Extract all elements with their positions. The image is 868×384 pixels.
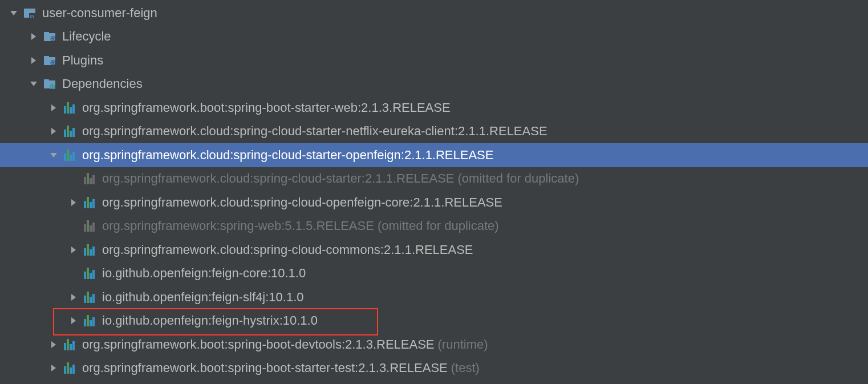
- svg-rect-44: [64, 366, 66, 374]
- tree-row[interactable]: org.springframework.cloud:spring-cloud-o…: [0, 191, 868, 215]
- svg-rect-27: [92, 246, 95, 256]
- tree-node-label: org.springframework.cloud:spring-cloud-s…: [102, 171, 455, 186]
- tree-row[interactable]: io.github.openfeign:feign-core:10.1.0: [0, 262, 868, 286]
- tree-node-suffix: (omitted for duplicate): [378, 219, 499, 233]
- tree-node-label: org.springframework.cloud:spring-cloud-o…: [102, 195, 502, 210]
- tree-row[interactable]: org.springframework:spring-web:5.1.5.REL…: [0, 215, 868, 239]
- tree-node-label: Lifecycle: [62, 29, 111, 44]
- svg-rect-43: [72, 341, 75, 350]
- expand-arrow-icon[interactable]: [68, 293, 79, 301]
- library-icon: [83, 220, 96, 232]
- svg-rect-46: [70, 367, 72, 374]
- tree-node-label: io.github.openfeign:feign-slf4j:10.1.0: [102, 290, 303, 305]
- expand-arrow-icon[interactable]: [48, 341, 59, 349]
- tree-node-label: Dependencies: [62, 76, 143, 91]
- tree-node-label: org.springframework.boot:spring-boot-sta…: [82, 361, 448, 375]
- expand-arrow-icon[interactable]: [68, 317, 79, 325]
- svg-rect-5: [67, 126, 69, 137]
- folder-dependencies-icon: [43, 78, 56, 90]
- svg-rect-42: [70, 344, 72, 350]
- tree-row[interactable]: Lifecycle: [0, 25, 868, 49]
- svg-rect-45: [67, 362, 69, 374]
- tree-node-label: org.springframework.cloud:spring-cloud-s…: [82, 148, 493, 163]
- tree-node-suffix: (test): [451, 361, 480, 375]
- svg-rect-35: [92, 294, 95, 303]
- svg-rect-25: [87, 244, 89, 256]
- tree-node-label: org.springframework.boot:spring-boot-dev…: [82, 337, 435, 352]
- svg-rect-47: [72, 365, 75, 374]
- expand-arrow-icon[interactable]: [68, 199, 79, 207]
- tree-row[interactable]: org.springframework.boot:spring-boot-sta…: [0, 357, 868, 381]
- svg-rect-38: [90, 320, 92, 326]
- collapse-arrow-icon[interactable]: [28, 80, 39, 88]
- svg-rect-34: [90, 297, 92, 303]
- collapse-arrow-icon[interactable]: [8, 9, 19, 17]
- tree-row[interactable]: org.springframework.cloud:spring-cloud-s…: [0, 167, 868, 191]
- svg-rect-40: [64, 343, 66, 350]
- svg-rect-12: [84, 177, 86, 184]
- svg-rect-36: [84, 319, 86, 326]
- library-icon: [63, 125, 76, 138]
- library-icon: [63, 102, 76, 114]
- svg-rect-13: [87, 173, 89, 184]
- tree-node-label: io.github.openfeign:feign-core:10.1.0: [102, 266, 306, 281]
- svg-rect-22: [90, 225, 92, 232]
- tree-row[interactable]: org.springframework.cloud:spring-cloud-c…: [0, 238, 868, 262]
- svg-rect-3: [72, 104, 75, 114]
- tree-row[interactable]: org.springframework.cloud:spring-cloud-s…: [0, 120, 868, 144]
- expand-arrow-icon[interactable]: [28, 33, 39, 41]
- svg-rect-7: [72, 128, 75, 137]
- svg-rect-17: [87, 197, 89, 208]
- svg-rect-33: [87, 292, 89, 303]
- tree-node-label: org.springframework.cloud:spring-cloud-s…: [82, 124, 547, 139]
- svg-rect-39: [92, 317, 95, 326]
- folder-gear-icon: [43, 54, 56, 67]
- tree-row[interactable]: org.springframework.cloud:spring-cloud-s…: [0, 143, 868, 167]
- svg-rect-14: [90, 178, 92, 184]
- expand-arrow-icon[interactable]: [48, 104, 59, 112]
- tree-row[interactable]: Plugins: [0, 48, 868, 72]
- tree-node-label: org.springframework.boot:spring-boot-sta…: [82, 100, 451, 115]
- tree-row[interactable]: org.springframework.boot:spring-boot-dev…: [0, 333, 868, 357]
- tree-row[interactable]: io.github.openfeign:feign-slf4j:10.1.0: [0, 285, 868, 309]
- svg-rect-18: [90, 202, 92, 208]
- svg-rect-20: [84, 224, 86, 232]
- tree-node-label: user-consumer-feign: [42, 6, 157, 21]
- expand-arrow-icon[interactable]: [68, 246, 79, 254]
- tree-node-suffix: (runtime): [438, 337, 488, 352]
- tree-node-label: org.springframework.cloud:spring-cloud-c…: [102, 242, 473, 257]
- svg-rect-4: [64, 130, 66, 137]
- svg-rect-16: [84, 201, 86, 208]
- svg-rect-24: [84, 248, 86, 256]
- tree-row[interactable]: org.springframework.boot:spring-boot-sta…: [0, 96, 868, 120]
- tree-row[interactable]: user-consumer-feign: [0, 1, 868, 25]
- svg-rect-28: [84, 272, 86, 279]
- svg-rect-9: [67, 149, 69, 161]
- library-icon: [83, 244, 96, 256]
- library-icon: [83, 267, 96, 280]
- folder-gear-icon: [43, 30, 56, 43]
- collapse-arrow-icon[interactable]: [48, 151, 59, 159]
- library-icon: [83, 291, 96, 304]
- svg-rect-0: [64, 106, 66, 114]
- svg-rect-31: [92, 270, 95, 279]
- svg-rect-19: [92, 199, 95, 208]
- svg-rect-6: [70, 131, 72, 137]
- expand-arrow-icon[interactable]: [48, 364, 59, 372]
- library-icon: [63, 362, 76, 374]
- library-icon: [63, 338, 76, 351]
- svg-rect-37: [87, 315, 89, 326]
- tree-row[interactable]: io.github.openfeign:feign-hystrix:10.1.0: [0, 309, 868, 333]
- svg-rect-26: [90, 249, 92, 256]
- svg-rect-11: [72, 152, 75, 161]
- tree-node-label: Plugins: [62, 53, 103, 68]
- tree-node-suffix: (omitted for duplicate): [458, 171, 579, 186]
- svg-rect-1: [67, 102, 69, 114]
- svg-rect-15: [92, 175, 95, 184]
- library-icon: [63, 149, 76, 161]
- expand-arrow-icon[interactable]: [28, 56, 39, 64]
- tree-row[interactable]: Dependencies: [0, 72, 868, 96]
- expand-arrow-icon[interactable]: [48, 127, 59, 135]
- svg-rect-32: [84, 296, 86, 303]
- svg-rect-30: [90, 273, 92, 279]
